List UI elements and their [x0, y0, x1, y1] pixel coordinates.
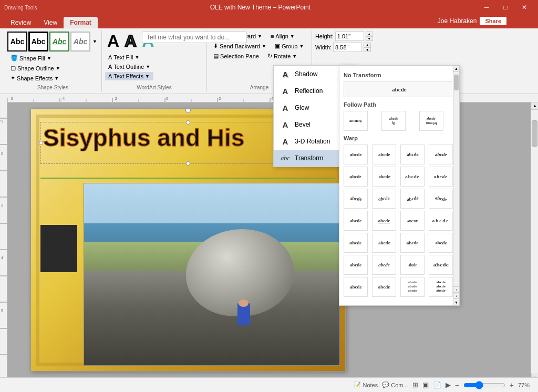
search-input[interactable] [142, 32, 247, 43]
warp-4-1[interactable]: abcde [344, 211, 368, 231]
warp-1-3[interactable]: abcde [400, 145, 425, 164]
warp-6-2[interactable]: abcde [372, 255, 396, 275]
align-button[interactable]: ≡ Align ▼ [267, 32, 298, 40]
scrollbar-vertical[interactable]: ▲ ↑ ↓ ▼ [531, 102, 538, 392]
shape-style-2[interactable]: Abc [28, 32, 48, 51]
warp-3-3[interactable]: abcde [400, 189, 425, 209]
warp-2-2[interactable]: abcde [372, 167, 396, 187]
submenu-scroll-btn-up[interactable]: ↑ [453, 286, 459, 293]
shape-style-3[interactable]: Abc [49, 32, 69, 51]
warp-4-2[interactable]: abcde [372, 211, 396, 231]
wordart-plain[interactable]: A [105, 32, 121, 51]
svg-text:0: 0 [1, 152, 3, 156]
warp-2-1[interactable]: abcde [344, 167, 368, 187]
close-button[interactable]: ✕ [515, 0, 534, 15]
shape-styles-expand-btn[interactable]: ▼ [91, 38, 98, 45]
warp-2-3[interactable]: abcde [400, 167, 425, 187]
send-backward-arrow[interactable]: ▼ [262, 44, 266, 49]
svg-text:6: 6 [1, 308, 3, 312]
width-input[interactable] [333, 43, 362, 52]
group-arrow[interactable]: ▼ [299, 44, 304, 49]
notes-button[interactable]: 📝 Notes [354, 381, 378, 388]
group-button[interactable]: ▣ Group ▼ [272, 42, 307, 50]
selection-pane-button[interactable]: ▤ Selection Pane [210, 51, 262, 60]
align-arrow[interactable]: ▼ [290, 34, 295, 39]
effects-dropdown-arrow[interactable]: ▼ [54, 76, 59, 81]
warp-3-4[interactable]: abcde [429, 189, 453, 209]
text-effects-arrow[interactable]: ▼ [145, 74, 150, 79]
view-normal-btn[interactable]: ⊞ [412, 381, 418, 389]
maximize-button[interactable]: □ [496, 0, 515, 15]
outline-dropdown-arrow[interactable]: ▼ [56, 66, 60, 71]
submenu-scroll-btn-dn[interactable]: ↓ [453, 293, 459, 299]
warp-5-3[interactable]: abcde [400, 233, 425, 253]
warp-7-2[interactable]: abcde [372, 277, 396, 297]
send-backward-icon: ⬇ [213, 43, 218, 49]
follow-path-1[interactable]: abcdefg [344, 111, 368, 131]
warp-4-3[interactable]: abcde [400, 211, 425, 231]
bring-forward-arrow[interactable]: ▼ [257, 34, 262, 39]
text-effects-button[interactable]: A Text Effects ▼ [105, 72, 153, 80]
wordart-outline[interactable]: A [122, 32, 139, 51]
width-down-btn[interactable]: ▼ [364, 47, 371, 52]
height-down-btn[interactable]: ▼ [366, 36, 373, 41]
window-controls: ─ □ ✕ [477, 0, 534, 15]
zoom-slider[interactable] [463, 381, 505, 389]
text-fill-button[interactable]: A Text Fill ▼ [105, 53, 153, 61]
view-reading-btn[interactable]: 📄 [433, 381, 441, 389]
warp-2-4[interactable]: abcde [429, 167, 453, 187]
shape-style-1[interactable]: Abc [7, 32, 27, 51]
tab-format[interactable]: Format [64, 17, 98, 28]
warp-4-4[interactable]: abcde [429, 211, 453, 231]
height-input[interactable] [335, 32, 364, 41]
tab-review[interactable]: Review [4, 17, 37, 28]
warp-5-1[interactable]: abcde [344, 233, 368, 253]
share-button[interactable]: Share [480, 17, 506, 25]
warp-7-1[interactable]: abcde [344, 277, 368, 297]
text-outline-button[interactable]: A Text Outline ▼ [105, 63, 153, 71]
no-transform-item[interactable]: abcde [344, 81, 455, 97]
comments-button[interactable]: 💬 Com... [382, 381, 408, 388]
submenu-scroll-thumb[interactable] [454, 75, 459, 90]
warp-1-4[interactable]: abcde [429, 145, 453, 164]
scroll-up-btn[interactable]: ▲ [531, 102, 538, 110]
shape-fill-button[interactable]: 🪣 Shape Fill ▼ [7, 54, 64, 63]
drawing-tools-label: Drawing Tools [4, 5, 37, 11]
minimize-button[interactable]: ─ [477, 0, 496, 15]
warp-1-2[interactable]: abcde [372, 145, 396, 164]
warp-6-3[interactable]: abcde [400, 255, 425, 275]
warp-5-2[interactable]: abcde [372, 233, 396, 253]
view-slide-btn[interactable]: ▣ [422, 381, 429, 389]
shadow-icon: A [280, 69, 291, 79]
scroll-thumb[interactable] [532, 120, 537, 147]
warp-1-1[interactable]: abcde [344, 145, 368, 164]
ribbon-group-shape-styles: Abc Abc Abc Abc ▼ 🪣 Shape Fill ▼ [4, 30, 102, 91]
height-up-btn[interactable]: ▲ [366, 32, 373, 36]
warp-3-2[interactable]: abcde [372, 189, 396, 209]
shape-outline-button[interactable]: ▢ Shape Outline ▼ [7, 64, 64, 73]
warp-7-3[interactable]: abcdeabcdeabcde [400, 277, 425, 297]
follow-path-2[interactable]: abcdefg [381, 111, 406, 131]
fill-dropdown-arrow[interactable]: ▼ [47, 56, 51, 61]
follow-path-3[interactable]: abcdemnopq [419, 111, 443, 131]
warp-6-4[interactable]: abcde [429, 255, 453, 275]
shape-style-4[interactable]: Abc [70, 32, 90, 51]
text-fill-arrow[interactable]: ▼ [135, 55, 140, 60]
rotate-arrow[interactable]: ▼ [292, 54, 297, 59]
submenu-scroll-up[interactable]: ▲ [453, 66, 459, 72]
warp-6-1[interactable]: abcde [344, 255, 368, 275]
rotate-button[interactable]: ↻ Rotate ▼ [264, 51, 300, 60]
zoom-plus-btn[interactable]: + [510, 381, 514, 389]
zoom-minus-btn[interactable]: − [455, 381, 459, 389]
warp-7-4[interactable]: abcdeabcdeabcde [429, 277, 453, 297]
shape-effects-button[interactable]: ✦ Shape Effects ▼ [7, 74, 64, 82]
warp-5-4[interactable]: abcde [429, 233, 453, 253]
tab-view[interactable]: View [37, 17, 64, 28]
submenu-scroll-down[interactable]: ▼ [453, 299, 459, 305]
submenu-scroll-track [453, 72, 459, 286]
text-outline-arrow[interactable]: ▼ [146, 64, 150, 69]
view-slideshow-btn[interactable]: ▶ [446, 381, 451, 389]
width-up-btn[interactable]: ▲ [364, 43, 371, 47]
warp-3-1[interactable]: abcde [344, 189, 368, 209]
submenu-scrollbar[interactable]: ▲ ↑ ↓ ▼ [453, 66, 459, 305]
